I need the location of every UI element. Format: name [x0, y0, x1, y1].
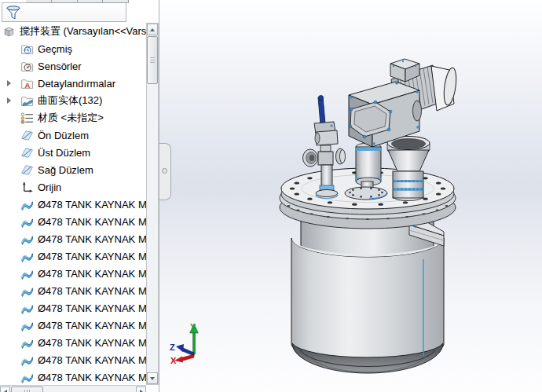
tree-item[interactable]: Ø478 TANK KAYNAK MO	[0, 196, 146, 213]
surface-feature-icon	[20, 371, 34, 384]
surface-feature-icon	[20, 284, 34, 298]
shaft-flange[interactable]	[345, 187, 387, 200]
tree-item-label: Ø478 TANK KAYNAK MO	[38, 354, 146, 366]
annotations-icon: A	[20, 77, 34, 90]
surface-feature-icon	[20, 250, 34, 263]
scroll-right-button[interactable]	[136, 387, 146, 392]
tree-item[interactable]: Ø478 TANK KAYNAK MO	[0, 368, 146, 386]
scroll-up-button[interactable]	[147, 24, 158, 35]
surface-feature-icon	[20, 336, 34, 350]
panel-tab[interactable]	[26, 0, 52, 3]
tree-item-label: Ø478 TANK KAYNAK MO	[38, 233, 146, 245]
tank-body[interactable]	[291, 210, 444, 373]
triad-z-label: Z	[170, 343, 175, 352]
tree-item[interactable]: Geçmiş	[0, 40, 146, 57]
tree-item-label: 曲面实体(132)	[38, 93, 102, 108]
feature-manager-panel: 搅拌装置 (Varsayılan<<VarsGeçmişSensörlerADe…	[0, 0, 159, 392]
horizontal-scroll-thumb[interactable]	[11, 387, 43, 392]
surface-feature-icon	[20, 354, 34, 367]
tree-item[interactable]: Ø478 TANK KAYNAK MO	[0, 213, 146, 230]
tree-item[interactable]: Ø478 TANK KAYNAK MO	[0, 230, 146, 247]
tree-item[interactable]: Ø478 TANK KAYNAK MO	[0, 299, 146, 317]
svg-text:A: A	[24, 80, 30, 89]
tree-item-label: Ø478 TANK KAYNAK MO	[38, 302, 146, 314]
tree-item[interactable]: 搅拌装置 (Varsayılan<<Vars	[0, 23, 146, 40]
tree-item[interactable]: Ø478 TANK KAYNAK MO	[0, 334, 146, 351]
tree-item[interactable]: Ön Düzlem	[0, 126, 146, 144]
tree-item-label: Geçmiş	[38, 43, 72, 55]
tree-item-label: Ø478 TANK KAYNAK MO	[38, 285, 146, 297]
feed-funnel[interactable]	[387, 137, 430, 201]
tree-item-label: Ø478 TANK KAYNAK MO	[38, 320, 146, 332]
tree-filter-box[interactable]	[2, 2, 126, 22]
expand-arrow-icon[interactable]	[7, 80, 11, 86]
surface-feature-icon	[20, 198, 34, 211]
filter-funnel-icon	[5, 5, 21, 21]
thumb-grip	[150, 57, 155, 64]
tree-item-label: Ø478 TANK KAYNAK MO	[38, 372, 146, 383]
tree-item[interactable]: Sensörler	[0, 57, 146, 75]
surface-feature-icon	[20, 215, 34, 229]
panel-tab[interactable]	[78, 0, 104, 3]
triad-x-label: X	[170, 356, 177, 365]
tree-item-label: Ø478 TANK KAYNAK MO	[38, 251, 146, 262]
tree-item-label: Sensörler	[38, 60, 82, 72]
material-icon	[20, 112, 34, 125]
tree-item-label: Ø478 TANK KAYNAK MO	[38, 199, 146, 211]
surface-feature-icon	[20, 319, 34, 332]
tree-item-label: Ön Düzlem	[38, 130, 89, 141]
tree-item-label: Ø478 TANK KAYNAK MO	[38, 268, 146, 280]
plane-icon	[20, 129, 34, 142]
surface-feature-icon	[20, 233, 34, 246]
tree-item-label: 材质 <未指定>	[38, 111, 104, 125]
tree-item[interactable]: 材质 <未指定>	[0, 109, 146, 126]
tree-item-label: Orijin	[38, 181, 61, 193]
tree-item-label: Sağ Düzlem	[38, 164, 93, 176]
application-window: Y Z X 搅拌装置 (Varsayılan<<VarsGeçmişSensör…	[0, 0, 542, 392]
up-arrow-icon	[150, 28, 155, 31]
orientation-triad: Y Z X	[170, 322, 199, 365]
panel-tab-strip	[26, 0, 129, 3]
tree-item[interactable]: Üst Düzlem	[0, 144, 146, 161]
tree-item[interactable]: Ø478 TANK KAYNAK MO	[0, 317, 146, 334]
tree-item[interactable]: Sağ Düzlem	[0, 161, 146, 178]
scroll-down-button[interactable]	[147, 372, 158, 384]
vertical-scroll-thumb[interactable]	[147, 36, 158, 84]
surface-feature-icon	[20, 302, 34, 315]
tree-item[interactable]: Ø478 TANK KAYNAK MO	[0, 265, 146, 282]
plane-icon	[20, 146, 34, 159]
panel-tab[interactable]	[103, 0, 129, 3]
tree-item-label: Üst Düzlem	[38, 147, 90, 159]
tree-item-label: 搅拌装置 (Varsayılan<<Vars	[20, 24, 146, 38]
panel-splitter-handle[interactable]	[159, 143, 171, 200]
surface-bodies-icon	[20, 94, 34, 108]
tree-vertical-scrollbar[interactable]	[146, 23, 159, 385]
valve-handle[interactable]	[318, 97, 325, 125]
feature-tree: 搅拌装置 (Varsayılan<<VarsGeçmişSensörlerADe…	[0, 23, 146, 386]
scroll-left-button[interactable]	[0, 387, 10, 392]
tree-horizontal-scrollbar[interactable]	[0, 385, 146, 392]
tree-item[interactable]: Ø478 TANK KAYNAK MO	[0, 282, 146, 299]
down-arrow-icon	[150, 377, 155, 380]
splitter-dot-icon	[162, 168, 167, 174]
tree-item-label: Detaylandırmalar	[38, 78, 115, 90]
plane-icon	[20, 163, 34, 177]
tree-item-label: Ø478 TANK KAYNAK MO	[38, 216, 146, 228]
surface-feature-icon	[20, 267, 34, 280]
history-icon	[20, 42, 34, 56]
panel-tab[interactable]	[52, 0, 78, 3]
tree-item[interactable]: 曲面实体(132)	[0, 92, 146, 109]
expand-arrow-icon[interactable]	[7, 97, 11, 104]
assembly-icon	[2, 25, 16, 38]
origin-icon	[20, 181, 34, 194]
tree-item[interactable]: ADetaylandırmalar	[0, 75, 146, 92]
tree-item[interactable]: Ø478 TANK KAYNAK MO	[0, 247, 146, 265]
tree-item[interactable]: Orijin	[0, 178, 146, 196]
sensors-icon	[20, 60, 34, 73]
tree-item[interactable]: Ø478 TANK KAYNAK MO	[0, 351, 146, 368]
triad-y-label: Y	[190, 322, 196, 332]
tree-item-label: Ø478 TANK KAYNAK MO	[38, 337, 146, 349]
